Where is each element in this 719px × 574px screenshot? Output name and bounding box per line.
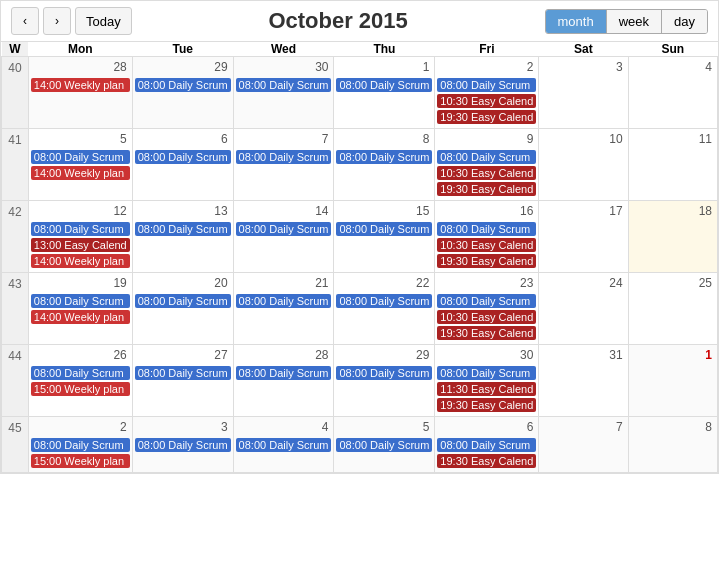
day-cell[interactable]: 2108:00 Daily Scrum [233,273,334,345]
calendar-event[interactable]: 08:00 Daily Scrum [336,438,432,452]
day-cell[interactable]: 1908:00 Daily Scrum14:00 Weekly plan [28,273,132,345]
calendar-event[interactable]: 19:30 Easy Calend [437,254,536,268]
day-cell[interactable]: 608:00 Daily Scrum19:30 Easy Calend [435,417,539,473]
day-cell[interactable]: 24 [539,273,628,345]
calendar-event[interactable]: 08:00 Daily Scrum [135,78,231,92]
day-cell[interactable]: 2808:00 Daily Scrum [233,345,334,417]
day-cell[interactable]: 1408:00 Daily Scrum [233,201,334,273]
day-cell[interactable]: 508:00 Daily Scrum [334,417,435,473]
calendar-event[interactable]: 08:00 Daily Scrum [437,222,536,236]
prev-button[interactable]: ‹ [11,7,39,35]
day-cell[interactable]: 2908:00 Daily Scrum [334,345,435,417]
day-cell[interactable]: 1308:00 Daily Scrum [132,201,233,273]
day-cell[interactable]: 31 [539,345,628,417]
calendar-event[interactable]: 08:00 Daily Scrum [236,438,332,452]
day-number: 12 [31,203,130,220]
calendar-event[interactable]: 19:30 Easy Calend [437,182,536,196]
calendar-event[interactable]: 14:00 Weekly plan [31,166,130,180]
calendar-event[interactable]: 10:30 Easy Calend [437,238,536,252]
day-cell[interactable]: 708:00 Daily Scrum [233,129,334,201]
day-cell[interactable]: 508:00 Daily Scrum14:00 Weekly plan [28,129,132,201]
day-cell[interactable]: 2208:00 Daily Scrum [334,273,435,345]
calendar-event[interactable]: 19:30 Easy Calend [437,454,536,468]
day-cell[interactable]: 8 [628,417,717,473]
next-button[interactable]: › [43,7,71,35]
day-cell[interactable]: 908:00 Daily Scrum10:30 Easy Calend19:30… [435,129,539,201]
calendar-event[interactable]: 08:00 Daily Scrum [336,150,432,164]
calendar-event[interactable]: 08:00 Daily Scrum [437,438,536,452]
calendar-event[interactable]: 08:00 Daily Scrum [135,366,231,380]
day-cell[interactable]: 7 [539,417,628,473]
calendar-event[interactable]: 10:30 Easy Calend [437,310,536,324]
day-cell[interactable]: 208:00 Daily Scrum10:30 Easy Calend19:30… [435,57,539,129]
calendar-event[interactable]: 08:00 Daily Scrum [236,222,332,236]
calendar-event[interactable]: 08:00 Daily Scrum [31,366,130,380]
day-cell[interactable]: 1608:00 Daily Scrum10:30 Easy Calend19:3… [435,201,539,273]
day-cell[interactable]: 17 [539,201,628,273]
day-cell[interactable]: 1208:00 Daily Scrum13:00 Easy Calend14:0… [28,201,132,273]
calendar-event[interactable]: 08:00 Daily Scrum [135,438,231,452]
month-view-button[interactable]: month [546,10,607,33]
day-cell[interactable]: 808:00 Daily Scrum [334,129,435,201]
day-view-button[interactable]: day [662,10,707,33]
calendar-event[interactable]: 08:00 Daily Scrum [236,294,332,308]
calendar-event[interactable]: 08:00 Daily Scrum [31,438,130,452]
day-cell[interactable]: 2608:00 Daily Scrum15:00 Weekly plan [28,345,132,417]
calendar-event[interactable]: 08:00 Daily Scrum [135,150,231,164]
calendar-event[interactable]: 08:00 Daily Scrum [236,366,332,380]
calendar-event[interactable]: 08:00 Daily Scrum [437,366,536,380]
calendar-event[interactable]: 19:30 Easy Calend [437,398,536,412]
day-cell[interactable]: 408:00 Daily Scrum [233,417,334,473]
day-cell[interactable]: 3008:00 Daily Scrum [233,57,334,129]
calendar-event[interactable]: 15:00 Weekly plan [31,382,130,396]
day-cell[interactable]: 2008:00 Daily Scrum [132,273,233,345]
calendar-event[interactable]: 08:00 Daily Scrum [135,294,231,308]
calendar-event[interactable]: 08:00 Daily Scrum [336,222,432,236]
day-cell[interactable]: 2308:00 Daily Scrum10:30 Easy Calend19:3… [435,273,539,345]
calendar-event[interactable]: 15:00 Weekly plan [31,454,130,468]
day-cell[interactable]: 3008:00 Daily Scrum11:30 Easy Calend19:3… [435,345,539,417]
calendar-event[interactable]: 10:30 Easy Calend [437,166,536,180]
day-cell[interactable]: 2814:00 Weekly plan [28,57,132,129]
calendar-title: October 2015 [268,8,407,34]
calendar-event[interactable]: 14:00 Weekly plan [31,254,130,268]
calendar-event[interactable]: 19:30 Easy Calend [437,110,536,124]
calendar-event[interactable]: 14:00 Weekly plan [31,310,130,324]
calendar-event[interactable]: 08:00 Daily Scrum [135,222,231,236]
day-cell[interactable]: 4 [628,57,717,129]
calendar-event[interactable]: 08:00 Daily Scrum [336,78,432,92]
calendar-event[interactable]: 11:30 Easy Calend [437,382,536,396]
calendar-event[interactable]: 08:00 Daily Scrum [437,150,536,164]
calendar-event[interactable]: 08:00 Daily Scrum [336,294,432,308]
day-number: 1 [336,59,432,76]
calendar-event[interactable]: 08:00 Daily Scrum [336,366,432,380]
calendar-event[interactable]: 08:00 Daily Scrum [236,78,332,92]
day-cell[interactable]: 608:00 Daily Scrum [132,129,233,201]
day-cell[interactable]: 3 [539,57,628,129]
day-cell[interactable]: 2708:00 Daily Scrum [132,345,233,417]
calendar-event[interactable]: 19:30 Easy Calend [437,326,536,340]
day-number: 4 [631,59,715,76]
day-cell[interactable]: 308:00 Daily Scrum [132,417,233,473]
calendar-event[interactable]: 14:00 Weekly plan [31,78,130,92]
calendar-event[interactable]: 08:00 Daily Scrum [31,150,130,164]
day-cell[interactable]: 208:00 Daily Scrum15:00 Weekly plan [28,417,132,473]
day-cell[interactable]: 11 [628,129,717,201]
day-cell[interactable]: 1 [628,345,717,417]
calendar-event[interactable]: 13:00 Easy Calend [31,238,130,252]
calendar-event[interactable]: 10:30 Easy Calend [437,94,536,108]
calendar-event[interactable]: 08:00 Daily Scrum [437,294,536,308]
day-cell[interactable]: 10 [539,129,628,201]
calendar-event[interactable]: 08:00 Daily Scrum [437,78,536,92]
week-view-button[interactable]: week [607,10,662,33]
day-cell[interactable]: 18 [628,201,717,273]
day-cell[interactable]: 1508:00 Daily Scrum [334,201,435,273]
today-button[interactable]: Today [75,7,132,35]
day-cell[interactable]: 2908:00 Daily Scrum [132,57,233,129]
calendar-event[interactable]: 08:00 Daily Scrum [236,150,332,164]
calendar-event[interactable]: 08:00 Daily Scrum [31,294,130,308]
day-cell[interactable]: 108:00 Daily Scrum [334,57,435,129]
day-cell[interactable]: 25 [628,273,717,345]
tue-header: Tue [132,42,233,57]
calendar-event[interactable]: 08:00 Daily Scrum [31,222,130,236]
